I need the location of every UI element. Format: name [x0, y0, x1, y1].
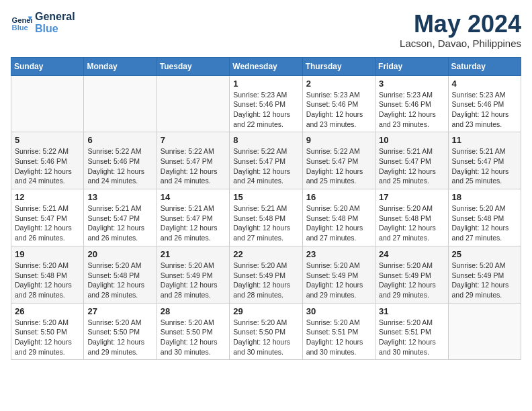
calendar-cell: 17Sunrise: 5:20 AMSunset: 5:48 PMDayligh… — [375, 189, 448, 246]
calendar-cell: 27Sunrise: 5:20 AMSunset: 5:50 PMDayligh… — [84, 303, 157, 360]
day-info: Sunrise: 5:20 AMSunset: 5:50 PMDaylight:… — [233, 318, 298, 357]
day-info: Sunrise: 5:23 AMSunset: 5:46 PMDaylight:… — [379, 90, 444, 130]
day-number: 14 — [161, 192, 226, 202]
logo-general: General — [35, 11, 75, 23]
calendar-cell — [157, 75, 229, 132]
day-number: 31 — [379, 306, 444, 316]
day-number: 26 — [15, 306, 80, 316]
calendar-cell: 28Sunrise: 5:20 AMSunset: 5:50 PMDayligh… — [157, 303, 229, 360]
day-number: 28 — [161, 306, 226, 316]
calendar-cell — [84, 75, 157, 132]
day-number: 8 — [233, 135, 298, 145]
day-number: 22 — [233, 249, 298, 259]
calendar-cell: 9Sunrise: 5:22 AMSunset: 5:47 PMDaylight… — [302, 132, 375, 189]
day-number: 21 — [161, 249, 226, 259]
day-number: 25 — [452, 249, 517, 259]
day-number: 12 — [15, 192, 80, 202]
day-number: 10 — [379, 135, 444, 145]
day-info: Sunrise: 5:21 AMSunset: 5:47 PMDaylight:… — [379, 146, 444, 186]
weekday-header: Saturday — [448, 57, 521, 75]
calendar-cell: 18Sunrise: 5:20 AMSunset: 5:48 PMDayligh… — [448, 189, 521, 246]
day-number: 20 — [87, 249, 152, 259]
calendar-cell: 16Sunrise: 5:20 AMSunset: 5:48 PMDayligh… — [302, 189, 375, 246]
day-info: Sunrise: 5:20 AMSunset: 5:51 PMDaylight:… — [306, 318, 371, 357]
title-block: May 2024 Lacson, Davao, Philippines — [400, 11, 521, 49]
calendar-cell: 15Sunrise: 5:21 AMSunset: 5:48 PMDayligh… — [230, 189, 302, 246]
weekday-header: Wednesday — [230, 57, 302, 75]
logo-blue: Blue — [35, 23, 75, 35]
day-number: 4 — [452, 79, 517, 89]
calendar-week: 26Sunrise: 5:20 AMSunset: 5:50 PMDayligh… — [11, 303, 521, 360]
page-header: General Blue General Blue May 2024 Lacso… — [11, 11, 521, 49]
day-info: Sunrise: 5:22 AMSunset: 5:46 PMDaylight:… — [15, 146, 80, 186]
weekday-header: Sunday — [11, 57, 84, 75]
calendar-cell: 22Sunrise: 5:20 AMSunset: 5:49 PMDayligh… — [230, 246, 302, 303]
calendar-cell: 13Sunrise: 5:21 AMSunset: 5:47 PMDayligh… — [84, 189, 157, 246]
day-info: Sunrise: 5:21 AMSunset: 5:48 PMDaylight:… — [233, 203, 298, 243]
day-info: Sunrise: 5:21 AMSunset: 5:47 PMDaylight:… — [87, 203, 152, 243]
day-number: 3 — [379, 79, 444, 89]
calendar-cell: 30Sunrise: 5:20 AMSunset: 5:51 PMDayligh… — [302, 303, 375, 360]
day-info: Sunrise: 5:23 AMSunset: 5:46 PMDaylight:… — [233, 90, 298, 130]
calendar-cell: 24Sunrise: 5:20 AMSunset: 5:49 PMDayligh… — [375, 246, 448, 303]
day-number: 27 — [87, 306, 152, 316]
day-number: 17 — [379, 192, 444, 202]
day-number: 1 — [233, 79, 298, 89]
calendar-cell: 21Sunrise: 5:20 AMSunset: 5:49 PMDayligh… — [157, 246, 229, 303]
day-info: Sunrise: 5:20 AMSunset: 5:48 PMDaylight:… — [87, 261, 152, 300]
calendar-week: 1Sunrise: 5:23 AMSunset: 5:46 PMDaylight… — [11, 75, 521, 132]
day-info: Sunrise: 5:22 AMSunset: 5:46 PMDaylight:… — [87, 146, 152, 186]
calendar-cell: 29Sunrise: 5:20 AMSunset: 5:50 PMDayligh… — [230, 303, 302, 360]
day-number: 11 — [452, 135, 517, 145]
day-number: 13 — [87, 192, 152, 202]
day-number: 18 — [452, 192, 517, 202]
day-info: Sunrise: 5:20 AMSunset: 5:49 PMDaylight:… — [379, 261, 444, 300]
calendar-cell: 6Sunrise: 5:22 AMSunset: 5:46 PMDaylight… — [84, 132, 157, 189]
calendar-cell: 8Sunrise: 5:22 AMSunset: 5:47 PMDaylight… — [230, 132, 302, 189]
calendar-week: 19Sunrise: 5:20 AMSunset: 5:48 PMDayligh… — [11, 246, 521, 303]
day-number: 2 — [306, 79, 371, 89]
calendar-cell: 19Sunrise: 5:20 AMSunset: 5:48 PMDayligh… — [11, 246, 84, 303]
day-number: 30 — [306, 306, 371, 316]
calendar-cell: 4Sunrise: 5:23 AMSunset: 5:46 PMDaylight… — [448, 75, 521, 132]
calendar-cell — [448, 303, 521, 360]
svg-text:Blue: Blue — [12, 24, 28, 32]
calendar-cell: 5Sunrise: 5:22 AMSunset: 5:46 PMDaylight… — [11, 132, 84, 189]
calendar-cell: 25Sunrise: 5:20 AMSunset: 5:49 PMDayligh… — [448, 246, 521, 303]
day-number: 24 — [379, 249, 444, 259]
weekday-header: Thursday — [302, 57, 375, 75]
day-number: 29 — [233, 306, 298, 316]
calendar-cell — [11, 75, 84, 132]
calendar-title: May 2024 — [400, 11, 521, 38]
day-info: Sunrise: 5:20 AMSunset: 5:48 PMDaylight:… — [15, 261, 80, 300]
day-info: Sunrise: 5:21 AMSunset: 5:47 PMDaylight:… — [452, 146, 517, 186]
calendar-week: 5Sunrise: 5:22 AMSunset: 5:46 PMDaylight… — [11, 132, 521, 189]
calendar-cell: 12Sunrise: 5:21 AMSunset: 5:47 PMDayligh… — [11, 189, 84, 246]
day-number: 19 — [15, 249, 80, 259]
calendar-week: 12Sunrise: 5:21 AMSunset: 5:47 PMDayligh… — [11, 189, 521, 246]
calendar-cell: 2Sunrise: 5:23 AMSunset: 5:46 PMDaylight… — [302, 75, 375, 132]
day-info: Sunrise: 5:20 AMSunset: 5:51 PMDaylight:… — [379, 318, 444, 357]
day-info: Sunrise: 5:20 AMSunset: 5:49 PMDaylight:… — [306, 261, 371, 300]
day-number: 6 — [87, 135, 152, 145]
day-info: Sunrise: 5:20 AMSunset: 5:49 PMDaylight:… — [452, 261, 517, 300]
day-number: 9 — [306, 135, 371, 145]
day-number: 23 — [306, 249, 371, 259]
calendar-table: SundayMondayTuesdayWednesdayThursdayFrid… — [11, 57, 521, 361]
day-info: Sunrise: 5:20 AMSunset: 5:50 PMDaylight:… — [87, 318, 152, 357]
calendar-cell: 20Sunrise: 5:20 AMSunset: 5:48 PMDayligh… — [84, 246, 157, 303]
day-info: Sunrise: 5:20 AMSunset: 5:48 PMDaylight:… — [379, 203, 444, 243]
day-number: 16 — [306, 192, 371, 202]
calendar-subtitle: Lacson, Davao, Philippines — [400, 38, 521, 49]
day-info: Sunrise: 5:21 AMSunset: 5:47 PMDaylight:… — [161, 203, 226, 243]
calendar-cell: 26Sunrise: 5:20 AMSunset: 5:50 PMDayligh… — [11, 303, 84, 360]
weekday-header: Monday — [84, 57, 157, 75]
day-info: Sunrise: 5:20 AMSunset: 5:50 PMDaylight:… — [15, 318, 80, 357]
calendar-cell: 14Sunrise: 5:21 AMSunset: 5:47 PMDayligh… — [157, 189, 229, 246]
day-number: 7 — [161, 135, 226, 145]
calendar-cell: 7Sunrise: 5:22 AMSunset: 5:47 PMDaylight… — [157, 132, 229, 189]
calendar-header: SundayMondayTuesdayWednesdayThursdayFrid… — [11, 57, 521, 75]
calendar-cell: 3Sunrise: 5:23 AMSunset: 5:46 PMDaylight… — [375, 75, 448, 132]
day-info: Sunrise: 5:20 AMSunset: 5:48 PMDaylight:… — [452, 203, 517, 243]
day-info: Sunrise: 5:23 AMSunset: 5:46 PMDaylight:… — [452, 90, 517, 130]
